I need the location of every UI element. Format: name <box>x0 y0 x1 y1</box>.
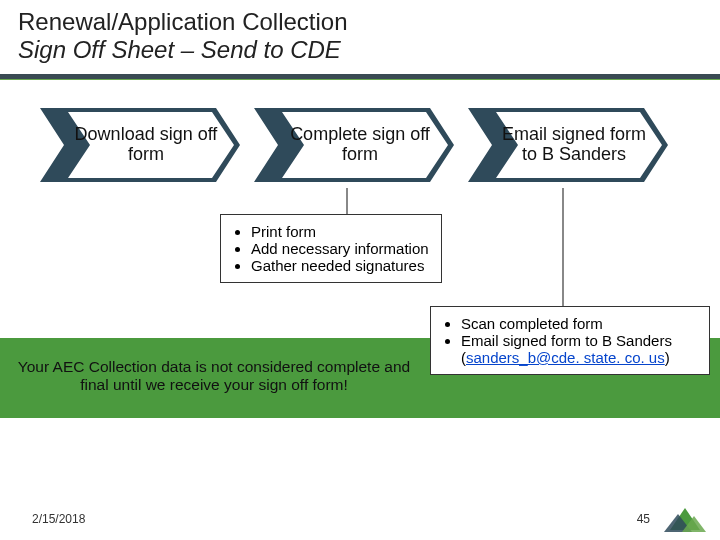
disclaimer-text: Your AEC Collection data is not consider… <box>4 358 424 394</box>
callout-email-details: Scan completed form Email signed form to… <box>430 306 710 375</box>
step-complete: Complete sign off form <box>254 108 454 182</box>
step-label: Email signed form to B Sanders <box>468 108 668 182</box>
page-title-line1: Renewal/Application Collection <box>18 8 702 36</box>
callout-item: Add necessary information <box>251 240 429 257</box>
callout-item: Email signed form to B Sanders (sanders_… <box>461 332 697 366</box>
callout-item: Print form <box>251 223 429 240</box>
footer-date: 2/15/2018 <box>32 512 85 526</box>
title-underline <box>0 74 720 80</box>
email-link[interactable]: sanders_b@cde. state. co. us <box>466 349 665 366</box>
process-chevrons: Download sign off form Complete sign off… <box>40 108 720 182</box>
step-email: Email signed form to B Sanders <box>468 108 668 182</box>
colorado-logo-icon <box>664 504 706 534</box>
callout-complete-details: Print form Add necessary information Gat… <box>220 214 442 283</box>
connector-line <box>346 188 348 214</box>
page-title-line2: Sign Off Sheet – Send to CDE <box>18 36 702 64</box>
footer-page-number: 45 <box>637 512 650 526</box>
step-label: Download sign off form <box>40 108 240 182</box>
callout-text: ) <box>665 349 670 366</box>
step-label: Complete sign off form <box>254 108 454 182</box>
callout-item: Gather needed signatures <box>251 257 429 274</box>
callout-item: Scan completed form <box>461 315 697 332</box>
footer: 2/15/2018 45 <box>0 504 720 534</box>
step-download: Download sign off form <box>40 108 240 182</box>
